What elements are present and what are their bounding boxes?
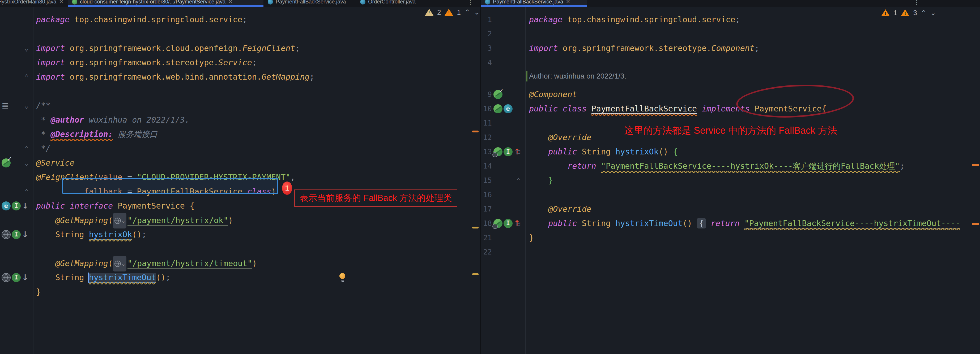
close-icon[interactable]: ✕ [566,0,571,5]
stripe-mark-warning[interactable] [972,223,979,225]
gutter-icons[interactable] [2,156,12,170]
tab-label: cloud-consumer-feign-hystrix-order80/...… [80,0,226,5]
interface-marker-icon[interactable]: I [504,147,512,156]
code-line[interactable]: */ [36,141,51,156]
code-token: @Override [548,204,592,214]
code-line[interactable]: } [529,173,553,187]
code-line[interactable]: * @Description: 服务端接口 [36,127,158,141]
editor-tab-OrderController.java[interactable]: OrderController.java [356,0,444,7]
editor-tab-FeignHystrixOrderMain80.java[interactable]: FeignHystrixOrderMain80.java✕ [0,0,68,7]
code-token: return [568,161,596,171]
code-line[interactable]: public String hystrixOk() { [529,144,678,159]
tab-overflow-menu-icon[interactable]: ⋮ [913,0,920,6]
spring-bean-ok-icon[interactable] [493,90,503,99]
gutter-icons[interactable]: I↓ [2,227,29,242]
code-line[interactable]: @Component [529,87,577,102]
code-line[interactable]: return "PaymentFallBackService----hystri… [529,159,905,173]
interface-marker-icon[interactable]: I [12,230,21,239]
close-icon[interactable]: ✕ [228,0,233,5]
code-line[interactable]: Author: wuxinhua on 2022/1/3. [529,69,626,83]
fold-marker-icon[interactable]: ⊟ [516,144,520,159]
code-token [185,201,189,210]
stripe-mark-warning[interactable] [472,130,479,132]
code-line[interactable]: import org.springframework.stereotype.Se… [36,56,257,70]
code-line[interactable]: @Override [529,202,592,216]
code-line[interactable]: public interface PaymentService { [36,199,194,213]
spring-rest-bean-icon[interactable] [493,147,503,156]
code-line[interactable]: import org.springframework.stereotype.Co… [529,41,759,56]
doc-structure-icon[interactable]: ≣ [2,101,9,110]
code-line[interactable]: @GetMapping(⌄"/payment/hystrix/timeout") [36,256,257,270]
implementations-arrow-icon[interactable]: ↓ [22,230,29,239]
editor-tab-PaymentFallBackService.java[interactable]: PaymentFallBackService.java✕ [481,0,587,7]
gutter-icons[interactable]: eI↓ [2,199,29,213]
stripe-mark-weak-warning[interactable] [472,273,479,275]
right-inspections-widget[interactable]: ! 1 ! 3 ⌃ ⌄ [881,8,936,17]
tab-overflow-menu-icon[interactable]: ⋮ [468,0,473,6]
right-editor[interactable]: 1package top.chasingwind.springcloud.ser… [481,7,980,354]
spring-bean-group-icon[interactable] [2,159,11,167]
web-endpoint-icon[interactable] [2,230,11,239]
code-line[interactable]: @Override [529,130,592,144]
code-token: @Service [36,158,75,167]
code-line[interactable]: } [529,230,534,245]
feign-client-icon[interactable]: e [504,104,512,113]
line-number: 9 [481,87,492,102]
code-line[interactable]: String hystrixOk(); [36,227,146,242]
code-line[interactable]: public String hystrixTimeOut() { return … [529,216,960,230]
spring-rest-bean-icon[interactable] [493,219,503,228]
web-endpoint-icon[interactable] [2,273,11,282]
code-token [70,15,74,24]
code-line[interactable]: import org.springframework.cloud.openfei… [36,41,300,56]
fold-marker-icon[interactable]: ⌄ [24,156,29,170]
gutter-icons[interactable]: e [493,102,514,116]
implementations-arrow-icon[interactable]: ↓ [22,202,29,210]
left-inspections-widget[interactable]: ! 2 ! 1 ⌃ ⌄ [425,8,480,17]
chevron-up-icon[interactable]: ⌃ [921,9,927,17]
implementations-arrow-icon[interactable]: ↓ [22,273,29,282]
fold-marker-icon[interactable]: ⌃ [24,70,29,84]
fold-marker-icon[interactable]: ⌄ [24,98,29,113]
interface-marker-icon[interactable]: I [12,273,21,282]
editor-tab-PaymentFallBackService.java[interactable]: PaymentFallBackService.java [264,0,356,7]
annotation-badge-1: 1 [282,181,292,195]
request-mapping-icon[interactable]: ⌄ [113,213,126,229]
intention-bulb-icon[interactable] [339,273,346,283]
gutter-icons[interactable]: I↓ [2,270,29,285]
feign-client-icon[interactable]: e [2,202,11,210]
tab-label: FeignHystrixOrderMain80.java [0,0,56,5]
editor-tab-PaymentService.java[interactable]: cloud-consumer-feign-hystrix-order80/...… [68,0,264,7]
fold-marker-icon[interactable]: ⌄ [24,41,29,56]
spring-bean-icon[interactable] [493,104,503,113]
interface-marker-icon[interactable]: I [504,219,512,228]
fold-marker-icon[interactable]: ⌃ [24,141,29,156]
code-line[interactable]: @Service [36,156,75,170]
close-icon[interactable]: ✕ [59,0,64,5]
chevron-down-icon[interactable]: ⌄ [474,8,480,16]
stripe-mark-weak-warning[interactable] [472,227,479,229]
code-token: ) [228,216,233,225]
code-line[interactable]: * @author wuxinhua on 2022/1/3. [36,113,189,127]
interface-marker-icon[interactable]: I [12,202,21,210]
code-token: wuxinhua on 2022/1/3. [84,115,189,124]
code-line[interactable]: String hystrixTimeOut(); [36,270,170,285]
code-token: { [697,218,706,229]
code-token [65,72,70,81]
code-token [596,161,601,171]
chevron-up-icon[interactable]: ⌃ [465,8,470,16]
gutter-icons[interactable]: ≣ [2,98,10,113]
stripe-mark-warning[interactable] [972,164,979,166]
code-token: hystrixTimeOut [89,273,156,283]
fold-marker-icon[interactable]: ⊟ [516,216,520,230]
code-line[interactable]: package top.chasingwind.springcloud.serv… [36,13,247,27]
fold-marker-icon[interactable]: ⌃ [24,184,29,199]
request-mapping-icon[interactable]: ⌄ [113,256,126,271]
code-line[interactable]: @GetMapping(⌄"/payment/hystrix/ok") [36,213,233,227]
code-line[interactable]: package top.chasingwind.springcloud.serv… [529,13,740,27]
code-line[interactable]: import org.springframework.web.bind.anno… [36,70,315,84]
fold-marker-icon[interactable]: ⌃ [516,173,520,187]
gutter-icons[interactable] [493,87,504,102]
code-line[interactable]: } [36,285,41,299]
chevron-down-icon[interactable]: ⌄ [930,9,936,17]
code-line[interactable]: /** [36,98,51,113]
